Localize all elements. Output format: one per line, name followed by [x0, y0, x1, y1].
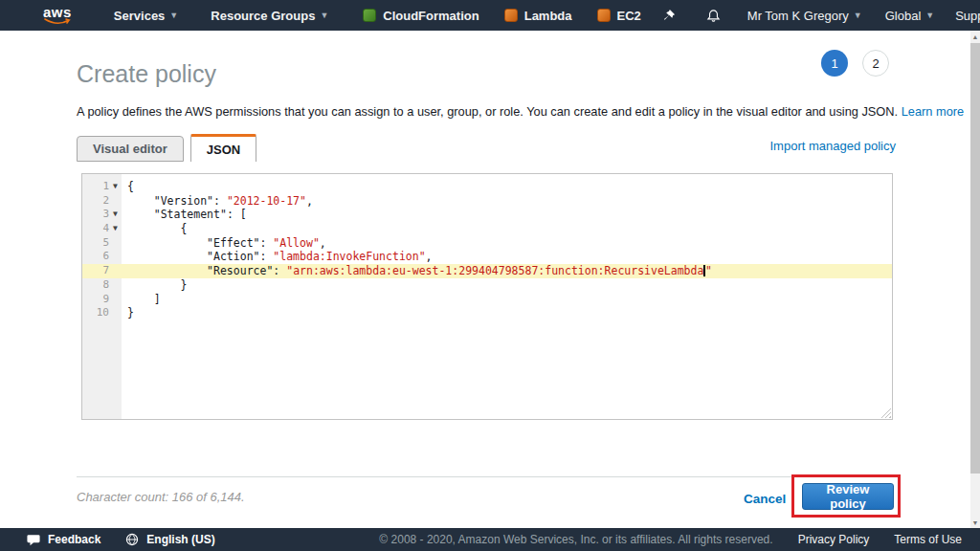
code-token: : — [259, 250, 273, 263]
code-line[interactable]: "Version": "2012-10-17", — [122, 194, 892, 209]
editor-tabs: Visual editor JSON — [77, 134, 256, 162]
footer-divider — [77, 476, 896, 477]
editor-code[interactable]: { "Version": "2012-10-17", "Statement": … — [122, 180, 892, 320]
chevron-down-icon: ▼ — [854, 11, 862, 20]
code-line[interactable]: } — [122, 306, 892, 320]
code-token — [127, 264, 207, 277]
gutter-line[interactable]: 3▼ — [82, 208, 122, 222]
tab-visual-editor[interactable]: Visual editor — [77, 136, 184, 162]
code-token: { — [127, 180, 134, 193]
terms-of-use-link[interactable]: Terms of Use — [894, 533, 962, 546]
editor-resize-handle[interactable] — [880, 408, 891, 418]
nav-support-label: Support — [955, 9, 980, 23]
fold-toggle-icon[interactable]: ▼ — [109, 208, 122, 222]
page-title: Create policy — [77, 60, 216, 88]
chevron-down-icon: ▼ — [320, 11, 328, 20]
nav-services-label: Services — [114, 9, 166, 23]
privacy-policy-link[interactable]: Privacy Policy — [798, 533, 870, 546]
code-token: "Version" — [154, 194, 213, 208]
nav-shortcut-ec2[interactable]: EC2 — [597, 9, 641, 23]
line-number: 4 — [102, 222, 109, 236]
tab-json[interactable]: JSON — [190, 134, 256, 162]
feedback-button[interactable]: Feedback — [27, 533, 100, 546]
code-token: { — [127, 222, 187, 235]
line-number: 8 — [102, 278, 109, 293]
cancel-button[interactable]: Cancel — [744, 492, 786, 506]
nav-cloudformation-label: CloudFormation — [383, 9, 479, 23]
feedback-bubble-icon — [27, 534, 40, 546]
code-token: , — [306, 194, 313, 208]
nav-shortcut-cloudformation[interactable]: CloudFormation — [363, 9, 479, 23]
fold-toggle-icon[interactable]: ▼ — [109, 180, 122, 194]
code-token: "Action" — [207, 250, 259, 263]
code-line[interactable]: "Resource": "arn:aws:lambda:eu-west-1:29… — [122, 264, 892, 278]
scrollbar-down-arrow[interactable]: ▼ — [970, 517, 980, 528]
aws-smile-icon — [44, 18, 71, 25]
aws-logo[interactable]: aws — [43, 6, 72, 25]
gutter-line: 8 — [82, 278, 122, 293]
nav-account-menu[interactable]: Mr Tom K Gregory▼ — [747, 9, 862, 23]
nav-ec2-label: EC2 — [617, 9, 641, 23]
gutter-line: 9 — [82, 293, 122, 307]
review-policy-button[interactable]: Review policy — [802, 483, 894, 510]
chevron-down-icon: ▼ — [925, 11, 934, 20]
gutter-line: 7 — [82, 264, 122, 278]
line-number: 2 — [102, 194, 109, 209]
code-token: , — [426, 250, 433, 263]
code-token: "Resource" — [207, 264, 273, 277]
nav-region-label: Global — [885, 9, 922, 23]
wizard-step-1: 1 — [821, 50, 848, 77]
code-line[interactable]: { — [122, 180, 892, 194]
fold-toggle-icon[interactable]: ▼ — [109, 222, 122, 236]
line-number: 3 — [102, 208, 109, 222]
code-line[interactable]: "Statement": [ — [122, 208, 892, 222]
line-number: 10 — [97, 306, 109, 320]
code-line[interactable]: ] — [122, 293, 892, 307]
gutter-line: 5 — [82, 236, 122, 251]
nav-shortcut-lambda[interactable]: Lambda — [504, 9, 572, 23]
feedback-label: Feedback — [48, 533, 100, 546]
page-scrollbar[interactable]: ▲ ▼ — [970, 31, 980, 528]
policy-description: A policy defines the AWS permissions tha… — [77, 104, 964, 119]
gutter-line: 2 — [82, 194, 122, 209]
learn-more-link[interactable]: Learn more — [902, 104, 964, 119]
lambda-icon — [504, 9, 518, 22]
character-count: Character count: 166 of 6,144. — [77, 490, 245, 504]
code-token — [127, 236, 207, 250]
line-number: 7 — [102, 264, 109, 278]
code-token: "lambda:InvokeFunction" — [273, 250, 425, 263]
nav-support-menu[interactable]: Support▼ — [955, 9, 980, 23]
code-token: "Allow" — [273, 236, 319, 250]
code-token — [127, 250, 207, 263]
import-managed-policy-link[interactable]: Import managed policy — [769, 139, 896, 153]
globe-icon — [125, 533, 139, 546]
gutter-line[interactable]: 1▼ — [82, 180, 122, 194]
copyright-text: © 2008 - 2020, Amazon Web Services, Inc.… — [379, 533, 772, 546]
code-line[interactable]: "Action": "lambda:InvokeFunction", — [122, 250, 892, 264]
policy-description-text: A policy defines the AWS permissions tha… — [77, 104, 902, 119]
language-selector[interactable]: English (US) — [125, 533, 214, 546]
nav-region-menu[interactable]: Global▼ — [885, 9, 935, 23]
code-token: ] — [127, 293, 161, 306]
nav-resource-groups-menu[interactable]: Resource Groups▼ — [211, 9, 328, 23]
nav-services-menu[interactable]: Services▼ — [114, 9, 178, 23]
gutter-line[interactable]: 4▼ — [82, 222, 122, 236]
code-line[interactable]: { — [122, 222, 892, 236]
language-label: English (US) — [146, 533, 214, 546]
json-policy-editor[interactable]: 1▼23▼4▼5678910 { "Version": "2012-10-17"… — [81, 173, 893, 420]
tab-json-label: JSON — [207, 143, 240, 157]
notifications-button[interactable] — [706, 9, 721, 23]
tab-visual-editor-label: Visual editor — [93, 142, 167, 156]
code-token: : — [213, 194, 227, 208]
code-line[interactable]: } — [122, 278, 892, 293]
bell-icon — [706, 9, 721, 23]
code-token: "2012-10-17" — [227, 194, 306, 208]
code-token: : — [259, 236, 273, 250]
code-token — [127, 194, 154, 208]
scrollbar-up-arrow[interactable]: ▲ — [970, 31, 980, 42]
code-token: , — [320, 236, 326, 250]
pin-shortcuts-button[interactable] — [662, 9, 676, 22]
code-line[interactable]: "Effect": "Allow", — [122, 236, 892, 251]
code-token — [127, 208, 154, 221]
scrollbar-thumb[interactable] — [970, 43, 980, 474]
